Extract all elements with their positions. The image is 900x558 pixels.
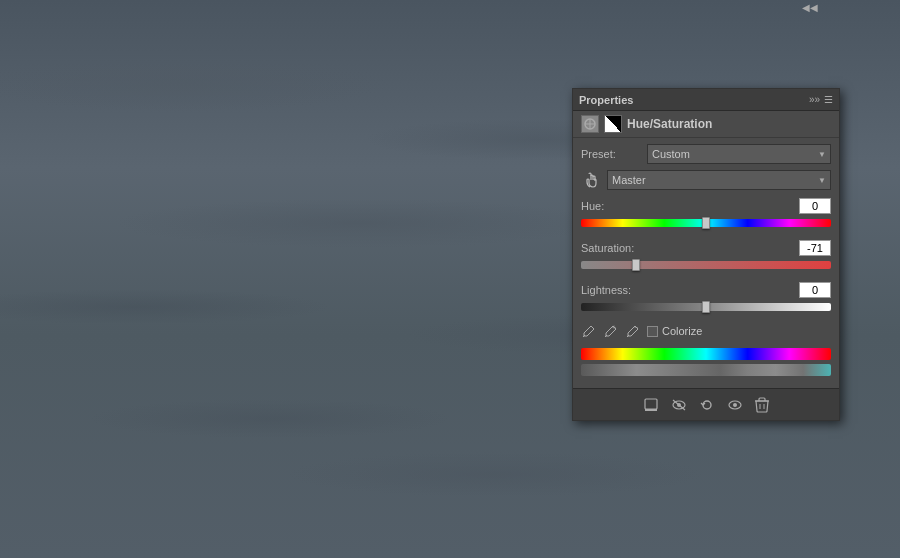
trash-icon[interactable]	[755, 397, 769, 413]
hue-slider-track-wrap[interactable]	[581, 216, 831, 230]
eyedropper-remove-icon[interactable]: −	[625, 324, 639, 338]
rainbow-input-bar	[581, 348, 831, 360]
adjustment-layer-thumb	[581, 115, 599, 133]
panel-header-icons: »» ☰	[809, 94, 833, 105]
preset-label: Preset:	[581, 148, 641, 160]
panel-collapse-indicator: ◀◀	[802, 2, 818, 13]
colorize-row: + − Colorize	[581, 324, 831, 338]
hue-slider-row: Hue: 0	[581, 198, 831, 230]
eyedropper-set-icon[interactable]	[581, 324, 595, 338]
preset-select[interactable]: Custom ▼	[647, 144, 831, 164]
svg-line-2	[605, 335, 607, 337]
saturation-label: Saturation:	[581, 242, 634, 254]
preset-arrow-icon: ▼	[818, 150, 826, 159]
colorize-checkbox[interactable]	[647, 326, 658, 337]
hue-label: Hue:	[581, 200, 604, 212]
preset-value: Custom	[652, 148, 690, 160]
panel-body: Preset: Custom ▼ Master ▼	[573, 138, 839, 388]
reset-icon[interactable]	[699, 397, 715, 413]
hue-value[interactable]: 0	[799, 198, 831, 214]
svg-rect-6	[645, 399, 657, 409]
saturation-value[interactable]: -71	[799, 240, 831, 256]
svg-text:−: −	[634, 325, 638, 331]
lightness-slider-track-wrap[interactable]	[581, 300, 831, 314]
mask-thumb	[604, 115, 622, 133]
output-bar	[581, 364, 831, 376]
channel-arrow-icon: ▼	[818, 176, 826, 185]
svg-text:+: +	[612, 325, 616, 331]
lightness-value[interactable]: 0	[799, 282, 831, 298]
saturation-slider-track	[581, 261, 831, 269]
lightness-slider-thumb[interactable]	[702, 301, 710, 313]
preset-row: Preset: Custom ▼	[581, 144, 831, 164]
saturation-slider-thumb[interactable]	[632, 259, 640, 271]
lightness-slider-row: Lightness: 0	[581, 282, 831, 314]
panel-collapse-button[interactable]: »»	[809, 94, 820, 105]
channel-select[interactable]: Master ▼	[607, 170, 831, 190]
visibility-icon[interactable]	[671, 397, 687, 413]
panel-title: Properties	[579, 94, 633, 106]
saturation-slider-row: Saturation: -71	[581, 240, 831, 272]
colorize-label: Colorize	[662, 325, 702, 337]
channel-value: Master	[612, 174, 646, 186]
lightness-label: Lightness:	[581, 284, 631, 296]
saturation-slider-track-wrap[interactable]	[581, 258, 831, 272]
clip-to-layer-icon[interactable]	[643, 397, 659, 413]
svg-point-11	[733, 403, 737, 407]
colorize-checkbox-wrap[interactable]: Colorize	[647, 325, 702, 337]
panel-footer	[573, 388, 839, 420]
eye-icon[interactable]	[727, 397, 743, 413]
properties-panel: Properties »» ☰ Hue/Saturation Preset: C…	[572, 88, 840, 421]
svg-line-1	[583, 335, 585, 337]
hand-tool-icon[interactable]	[581, 170, 601, 190]
panel-header: Properties »» ☰	[573, 89, 839, 111]
panel-menu-button[interactable]: ☰	[824, 94, 833, 105]
channel-row: Master ▼	[581, 170, 831, 190]
svg-line-4	[627, 335, 629, 337]
layer-title: Hue/Saturation	[627, 117, 712, 131]
layer-header: Hue/Saturation	[573, 111, 839, 138]
eyedropper-add-icon[interactable]: +	[603, 324, 617, 338]
hue-slider-thumb[interactable]	[702, 217, 710, 229]
